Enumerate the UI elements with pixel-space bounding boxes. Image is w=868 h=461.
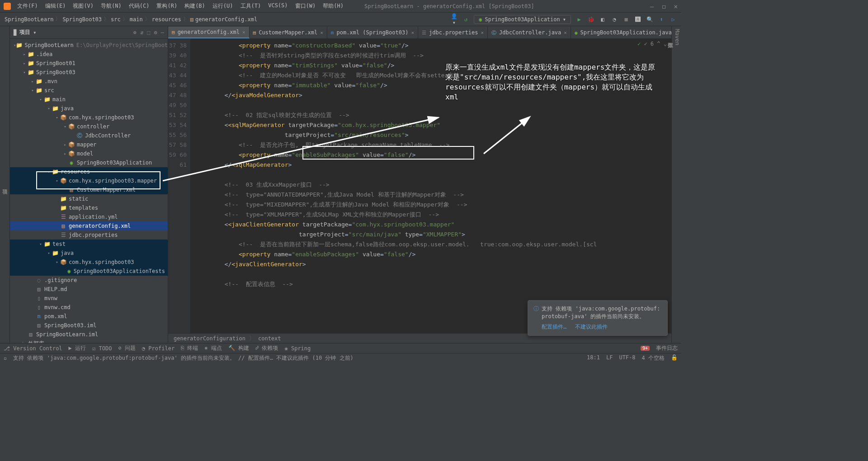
tree-node[interactable]: ▤SpringBoot03.iml bbox=[10, 321, 168, 330]
tab-close-icon[interactable]: × bbox=[320, 30, 323, 36]
toolwin-button[interactable]: ▶ 运行 bbox=[69, 344, 86, 352]
minimize-icon[interactable]: — bbox=[650, 3, 654, 10]
search-icon[interactable]: 🔍 bbox=[646, 16, 653, 23]
tree-node[interactable]: ☰jdbc.properties bbox=[10, 230, 168, 240]
menu-item[interactable]: 文件(F) bbox=[14, 1, 41, 11]
tree-node[interactable]: ▾📁SpringBootLearnE:\OurplayProject\Sprin… bbox=[10, 41, 168, 50]
encoding[interactable]: UTF-8 bbox=[619, 354, 635, 362]
tab-close-icon[interactable]: × bbox=[411, 30, 414, 36]
breadcrumb-item[interactable]: resources bbox=[152, 16, 181, 23]
structure-tool-button[interactable]: 结构 bbox=[0, 219, 1, 340]
tree-node[interactable]: mpom.xml bbox=[10, 312, 168, 321]
tree-node[interactable]: ▾📦com.hyx.springboot03 bbox=[10, 113, 168, 122]
toggle-toolwin-icon[interactable]: ▫ bbox=[4, 355, 7, 362]
editor-tab[interactable]: ▤generatorConfig.xml× bbox=[168, 27, 250, 38]
notification-balloon[interactable]: ⓘ支持 依赖项 'java:com.google.protobuf: proto… bbox=[528, 300, 668, 336]
caret-position[interactable]: 18:1 bbox=[587, 354, 600, 362]
maximize-icon[interactable]: ◻ bbox=[662, 3, 665, 10]
left-tool-stripe[interactable]: 项目 结构 Bookmarks bbox=[0, 26, 10, 343]
project-tree[interactable]: ▾📁SpringBootLearnE:\OurplayProject\Sprin… bbox=[10, 39, 168, 343]
tree-node[interactable]: ▾📁resources bbox=[10, 167, 168, 176]
menu-item[interactable]: 帮助(H) bbox=[320, 1, 346, 11]
hide-icon[interactable]: — bbox=[161, 29, 164, 36]
menu-item[interactable]: 窗口(W) bbox=[292, 1, 319, 11]
stop-icon[interactable]: ■ bbox=[623, 16, 630, 23]
configure-plugin-link[interactable]: 配置插件… bbox=[542, 324, 566, 330]
project-tool-button[interactable]: 项目 bbox=[1, 29, 9, 340]
toolwin-button[interactable]: ❀ Spring bbox=[284, 345, 311, 352]
editor-breadcrumb-item[interactable]: generatorConfiguration bbox=[174, 335, 245, 342]
tree-node[interactable]: ▾📁java bbox=[10, 249, 168, 258]
tree-node[interactable]: ☰application.yml bbox=[10, 212, 168, 221]
code-editor[interactable]: <property name="constructorBased" value=… bbox=[191, 39, 671, 333]
tree-node[interactable]: ▯mvnw bbox=[10, 294, 168, 303]
tree-node[interactable]: ◉SpringBoot03Application bbox=[10, 158, 168, 167]
menu-item[interactable]: VCS(S) bbox=[265, 1, 290, 11]
tree-node[interactable]: 📁static bbox=[10, 194, 168, 203]
tree-node[interactable]: ▾📦controller bbox=[10, 122, 168, 131]
ignore-plugin-link[interactable]: 不建议此插件 bbox=[575, 324, 608, 330]
editor-tab[interactable]: ◉SpringBoot03Application.java× bbox=[571, 27, 671, 38]
editor-tab[interactable]: ☰jdbc.properties× bbox=[418, 27, 488, 38]
chevron-down-icon[interactable]: ▾ bbox=[33, 29, 36, 36]
menu-item[interactable]: 工具(T) bbox=[238, 1, 264, 11]
settings-icon[interactable]: ⚙ bbox=[154, 29, 157, 36]
select-opened-icon[interactable]: ⊕ bbox=[133, 29, 137, 36]
menu-item[interactable]: 代码(C) bbox=[126, 1, 152, 11]
menu-item[interactable]: 编辑(E) bbox=[42, 1, 69, 11]
tree-node[interactable]: ▾📁java bbox=[10, 104, 168, 113]
tree-node[interactable]: ▯mvnw.cmd bbox=[10, 303, 168, 312]
tree-node[interactable]: ▤CustomerMapper.xml bbox=[10, 185, 168, 194]
tree-node[interactable]: ▾📦com.hyx.springboot03.mapper bbox=[10, 176, 168, 185]
toolwin-button[interactable]: ⎈ 端点 bbox=[204, 344, 222, 352]
expand-all-icon[interactable]: ⇵ bbox=[140, 29, 143, 36]
toolwin-button[interactable]: ☑ TODO bbox=[92, 345, 112, 352]
indent[interactable]: 4 个空格 bbox=[642, 354, 665, 362]
run-icon[interactable]: ▶ bbox=[576, 16, 583, 23]
breadcrumb-item[interactable]: generatorConfig.xml bbox=[195, 16, 257, 23]
tree-node[interactable]: ▾📁src bbox=[10, 86, 168, 95]
breadcrumb-item[interactable]: src bbox=[111, 16, 121, 23]
tab-close-icon[interactable]: × bbox=[242, 29, 245, 35]
coverage-icon[interactable]: ◧ bbox=[599, 16, 606, 23]
editor-tab[interactable]: ▤CustomerMapper.xml× bbox=[250, 27, 327, 38]
toolwin-button[interactable]: ⊘ 问题 bbox=[118, 344, 135, 352]
line-ending[interactable]: LF bbox=[606, 354, 613, 362]
tree-node[interactable]: ▸📦model bbox=[10, 149, 168, 158]
tree-node[interactable]: ▸📦mapper bbox=[10, 140, 168, 149]
tree-node[interactable]: ▾📁test bbox=[10, 240, 168, 249]
menu-item[interactable]: 重构(R) bbox=[154, 1, 180, 11]
breadcrumb-item[interactable]: SpringBoot03 bbox=[62, 16, 102, 23]
collapse-all-icon[interactable]: ⬚ bbox=[147, 29, 150, 36]
run-config-selector[interactable]: ◉ SpringBoot03Application ▾ bbox=[474, 15, 571, 24]
sync-icon[interactable]: ↺ bbox=[462, 16, 469, 23]
menu-item[interactable]: 视图(V) bbox=[70, 1, 96, 11]
debug-icon[interactable]: 🐞 bbox=[587, 16, 594, 23]
toolwin-button[interactable]: 🔨 构建 bbox=[228, 344, 249, 352]
event-log-button[interactable]: 事件日志 bbox=[656, 344, 678, 352]
update-icon[interactable]: ⬆ bbox=[658, 16, 665, 23]
editor-breadcrumb-item[interactable]: context bbox=[258, 335, 281, 342]
tab-close-icon[interactable]: × bbox=[481, 30, 484, 36]
tree-node[interactable]: ▸⑃外部库 bbox=[10, 339, 168, 343]
codewithme-icon[interactable]: ▷ bbox=[670, 16, 677, 23]
tree-node[interactable]: ◉SpringBoot03ApplicationTests bbox=[10, 267, 168, 276]
inspections-widget[interactable]: ✓ ✓ 6 ^ ⌄ bbox=[637, 41, 667, 47]
tab-close-icon[interactable]: × bbox=[564, 30, 567, 36]
tree-node[interactable]: ⒸJdbcController bbox=[10, 131, 168, 140]
editor-tab[interactable]: mpom.xml (SpringBoot03)× bbox=[327, 27, 418, 38]
tree-node[interactable]: ▸📁.idea bbox=[10, 50, 168, 59]
toolwin-button[interactable]: ⎘ 终端 bbox=[181, 344, 198, 352]
tree-node[interactable]: ▤generatorConfig.xml bbox=[10, 221, 168, 230]
tree-node[interactable]: ▾📁SpringBoot03 bbox=[10, 68, 168, 77]
menu-item[interactable]: 运行(U) bbox=[210, 1, 236, 11]
editor-tab[interactable]: ⒸJdbcController.java× bbox=[488, 27, 571, 38]
close-icon[interactable]: ✕ bbox=[674, 3, 678, 10]
toolwin-button[interactable]: ☍ 依赖项 bbox=[255, 344, 278, 352]
menu-item[interactable]: 构建(B) bbox=[182, 1, 208, 11]
tree-node[interactable]: 📁templates bbox=[10, 203, 168, 212]
tree-node[interactable]: ▸📁SpringBoot01 bbox=[10, 59, 168, 68]
user-icon[interactable]: 👤▾ bbox=[450, 13, 458, 26]
toolwin-button[interactable]: ⎇ Version Control bbox=[4, 345, 62, 352]
tree-node[interactable]: ▾📁main bbox=[10, 95, 168, 104]
